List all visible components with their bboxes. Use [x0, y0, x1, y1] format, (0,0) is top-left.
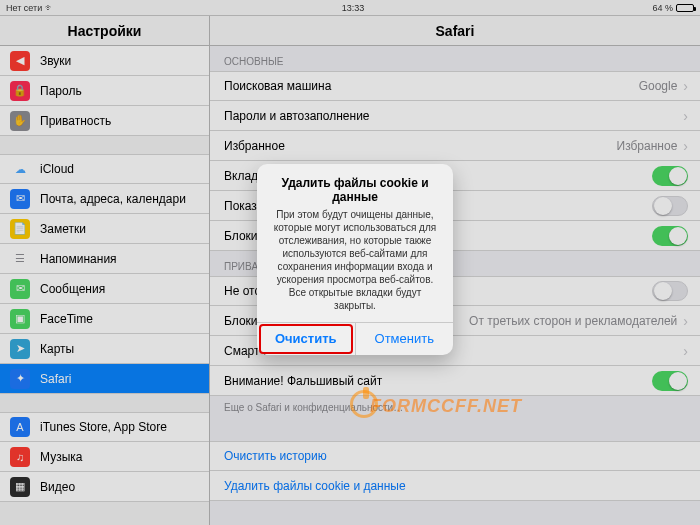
alert-cancel-button[interactable]: Отменить: [356, 323, 454, 355]
alert-dialog: Удалить файлы cookie и данные При этом б…: [257, 164, 453, 355]
alert-message: При этом будут очищены данные, которые м…: [267, 208, 443, 312]
alert-title: Удалить файлы cookie и данные: [267, 176, 443, 204]
alert-confirm-button[interactable]: Очистить: [257, 323, 356, 355]
